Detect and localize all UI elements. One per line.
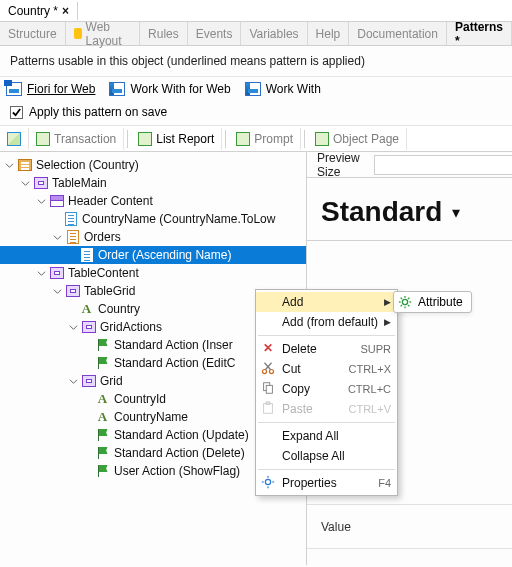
expand-toggle[interactable] [4,160,15,171]
editor-tabs: Structure Web Layout Rules Events Variab… [0,22,512,46]
svg-line-12 [265,363,271,370]
menu-expand-all[interactable]: Expand All [256,426,397,446]
menu-cut[interactable]: CutCTRL+X [256,359,397,379]
list-report-icon [138,132,152,146]
tab-documentation[interactable]: Documentation [349,22,447,45]
transaction-icon [36,132,50,146]
tab-variables[interactable]: Variables [241,22,307,45]
apply-pattern-checkbox[interactable] [10,106,23,119]
transaction-icon [7,132,21,146]
tab-patterns[interactable]: Patterns * [447,22,512,45]
document-tabs: Country * × [0,0,512,22]
tab-help[interactable]: Help [308,22,350,45]
svg-line-5 [401,298,402,299]
flag-icon [95,356,110,370]
tab-rules[interactable]: Rules [140,22,188,45]
palette-icon [74,28,82,39]
toolbar-list-report[interactable]: List Report [131,128,222,150]
submenu-arrow-icon: ▶ [384,297,391,307]
apply-pattern-label: Apply this pattern on save [29,105,167,119]
prompt-icon [236,132,250,146]
expand-toggle[interactable] [52,232,63,243]
svg-point-0 [402,299,407,304]
toolbar-object-page[interactable]: Object Page [308,128,407,150]
copy-icon [261,381,275,395]
menu-copy[interactable]: CopyCTRL+C [256,379,397,399]
tree-node-tablecontent[interactable]: TableContent [0,264,306,282]
paste-icon [261,401,275,415]
pattern-toolbar: Transaction List Report Prompt Object Pa… [0,126,512,152]
menu-delete[interactable]: ✕ DeleteSUPR [256,339,397,359]
menu-paste: PasteCTRL+V [256,399,397,419]
delete-icon: ✕ [261,341,275,355]
document-tab-title: Country * [8,4,58,18]
pattern-fiori-for-web[interactable]: Fiori for Web [6,82,95,96]
tree-node-tablemain[interactable]: TableMain [0,174,306,192]
tree-node-orders[interactable]: Orders [0,228,306,246]
svg-rect-15 [264,404,273,414]
svg-line-11 [265,363,271,370]
expand-toggle[interactable] [68,322,79,333]
svg-line-8 [408,298,409,299]
pattern-work-with[interactable]: Work With [245,82,321,96]
list-icon [17,158,32,172]
menu-add-from-default[interactable]: Add (from default)▶ [256,312,397,332]
expand-toggle[interactable] [36,196,47,207]
flag-icon [95,446,110,460]
tree-node-order-selected[interactable]: Order (Ascending Name) [0,246,306,264]
svg-point-9 [262,369,266,373]
standard-title: Standard [321,196,442,228]
attribute-label: Attribute [418,295,463,309]
svg-rect-16 [266,402,270,405]
toolbar-transaction[interactable] [0,128,29,150]
object-page-icon [315,132,329,146]
svg-point-10 [269,369,273,373]
svg-line-6 [408,305,409,306]
menu-collapse-all[interactable]: Collapse All [256,446,397,466]
grid-icon [81,320,96,334]
svg-rect-14 [266,385,272,393]
tree-node-header-content[interactable]: Header Content [0,192,306,210]
menu-properties[interactable]: PropertiesF4 [256,473,397,493]
menu-add[interactable]: Add▶ [256,292,397,312]
grid-icon [49,266,64,280]
expand-toggle[interactable] [68,376,79,387]
gear-icon [398,295,412,309]
preview-size-label: Preview Size [317,152,360,179]
grid-icon [81,374,96,388]
cut-icon [261,361,275,375]
attribute-tooltip[interactable]: Attribute [393,291,472,313]
flag-icon [95,338,110,352]
close-icon[interactable]: × [62,4,69,18]
grid-icon [65,284,80,298]
tab-events[interactable]: Events [188,22,242,45]
gear-icon [261,475,275,489]
flag-icon [95,464,110,478]
pattern-icon [109,82,125,96]
flag-icon [95,428,110,442]
preview-size-input[interactable] [374,155,512,175]
submenu-arrow-icon: ▶ [384,317,391,327]
chevron-down-icon[interactable]: ▾ [452,203,460,222]
toolbar-transaction-2[interactable]: Transaction [29,128,124,150]
tree-node-selection[interactable]: Selection (Country) [0,156,306,174]
document-icon [65,230,80,244]
pattern-work-with-for-web[interactable]: Work With for Web [109,82,230,96]
letter-a-icon: A [95,410,110,424]
pattern-icon [245,82,261,96]
expand-toggle[interactable] [20,178,31,189]
patterns-hint: Patterns usable in this object (underlin… [0,46,512,77]
header-icon [49,194,64,208]
expand-toggle[interactable] [52,286,63,297]
tab-web-layout[interactable]: Web Layout [66,22,140,45]
expand-toggle[interactable] [36,268,47,279]
svg-point-17 [265,479,270,484]
tree-node-countryname[interactable]: CountryName (CountryName.ToLow [0,210,306,228]
standard-header[interactable]: Standard ▾ [307,178,512,236]
tab-structure[interactable]: Structure [0,22,66,45]
toolbar-prompt[interactable]: Prompt [229,128,301,150]
context-menu: Add▶ Add (from default)▶ ✕ DeleteSUPR Cu… [255,289,398,496]
document-icon [79,248,94,262]
preview-size-row: Preview Size [307,152,512,178]
document-tab[interactable]: Country * × [0,2,78,20]
